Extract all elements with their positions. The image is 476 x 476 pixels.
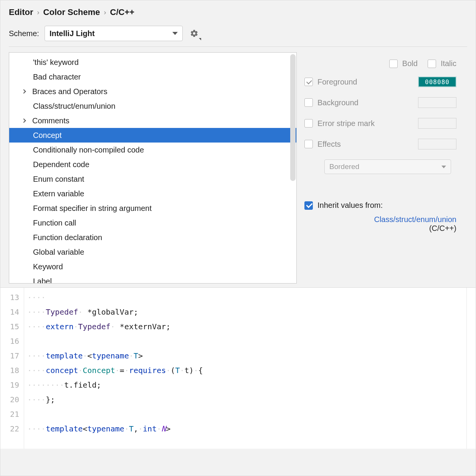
- checkbox-icon: [304, 119, 313, 128]
- chevron-right-icon: ›: [37, 8, 40, 17]
- chevron-right-icon: ›: [104, 8, 106, 17]
- tree-item-global-variable[interactable]: Global variable: [9, 245, 296, 259]
- scrollbar[interactable]: [290, 54, 296, 181]
- tree-item-function-call[interactable]: Function call: [9, 216, 296, 230]
- checkbox-icon: [304, 140, 313, 148]
- tree-item-function-declaration[interactable]: Function declaration: [9, 230, 296, 245]
- checkbox-icon: [428, 60, 436, 68]
- inherit-source-lang: (C/C++): [304, 224, 456, 233]
- dropdown-indicator-icon: [199, 38, 201, 40]
- tree-item-extern-variable[interactable]: Extern variable: [9, 186, 296, 201]
- tree-item-enum-constant[interactable]: Enum constant: [9, 172, 296, 186]
- chevron-down-icon: [441, 166, 446, 168]
- checkbox-icon: [389, 60, 398, 68]
- breadcrumb: Editor › Color Scheme › C/C++: [9, 7, 467, 17]
- preview-code[interactable]: ········Typedef· *globalVar;····extern·T…: [24, 288, 466, 449]
- scheme-actions-button[interactable]: [188, 27, 200, 40]
- tree-item-conditionally-noncompiled[interactable]: Conditionally non-compiled code: [9, 143, 296, 157]
- chevron-right-icon: [21, 118, 26, 123]
- tree-item-format-specifier[interactable]: Format specifier in string argument: [9, 201, 296, 216]
- breadcrumb-editor[interactable]: Editor: [9, 7, 33, 17]
- tree-item-braces-operators[interactable]: Braces and Operators: [9, 84, 296, 99]
- checkbox-checked-icon: [304, 78, 313, 86]
- error-stripe-swatch[interactable]: [418, 118, 456, 129]
- effects-checkbox[interactable]: Effects: [304, 140, 341, 149]
- breadcrumb-color-scheme[interactable]: Color Scheme: [43, 7, 100, 17]
- background-swatch[interactable]: [418, 97, 456, 108]
- error-stripe-checkbox[interactable]: Error stripe mark: [304, 119, 375, 128]
- attribute-tree[interactable]: 'this' keyword Bad character Braces and …: [9, 52, 297, 284]
- inherit-checkbox[interactable]: Inherit values from:: [304, 201, 456, 210]
- italic-checkbox[interactable]: Italic: [428, 59, 456, 68]
- tree-item-this-keyword[interactable]: 'this' keyword: [9, 55, 296, 70]
- chevron-down-icon: [172, 32, 178, 35]
- effects-swatch[interactable]: [418, 139, 456, 149]
- inherit-source-link[interactable]: Class/struct/enum/union: [304, 215, 456, 224]
- checkbox-checked-icon: [304, 201, 313, 210]
- breadcrumb-cpp[interactable]: C/C++: [110, 7, 135, 17]
- tree-item-comments[interactable]: Comments: [9, 113, 296, 128]
- tree-item-bad-character[interactable]: Bad character: [9, 70, 296, 84]
- line-gutter: 13 14 15 16 17 18 19 20 21 22: [0, 288, 24, 449]
- preview-editor: 13 14 15 16 17 18 19 20 21 22 ········Ty…: [0, 287, 476, 449]
- chevron-right-icon: [21, 89, 26, 93]
- foreground-swatch[interactable]: 008080: [418, 76, 456, 87]
- background-checkbox[interactable]: Background: [304, 98, 359, 107]
- effects-type-select[interactable]: Bordered: [324, 159, 451, 174]
- scheme-select-value: IntelliJ Light: [50, 29, 95, 38]
- right-gutter: [466, 288, 476, 449]
- gear-icon: [190, 29, 198, 38]
- scheme-select[interactable]: IntelliJ Light: [45, 26, 183, 41]
- checkbox-icon: [304, 98, 313, 107]
- foreground-checkbox[interactable]: Foreground: [304, 78, 357, 86]
- bold-checkbox[interactable]: Bold: [389, 59, 418, 68]
- tree-item-concept[interactable]: Concept: [9, 128, 296, 143]
- tree-item-dependent-code[interactable]: Dependent code: [9, 157, 296, 172]
- scheme-label: Scheme:: [9, 29, 39, 38]
- options-panel: Bold Italic Foreground 008080 Background: [302, 52, 467, 284]
- tree-item-label[interactable]: Label: [9, 274, 296, 284]
- tree-item-keyword[interactable]: Keyword: [9, 259, 296, 274]
- tree-item-class-struct[interactable]: Class/struct/enum/union: [9, 99, 296, 113]
